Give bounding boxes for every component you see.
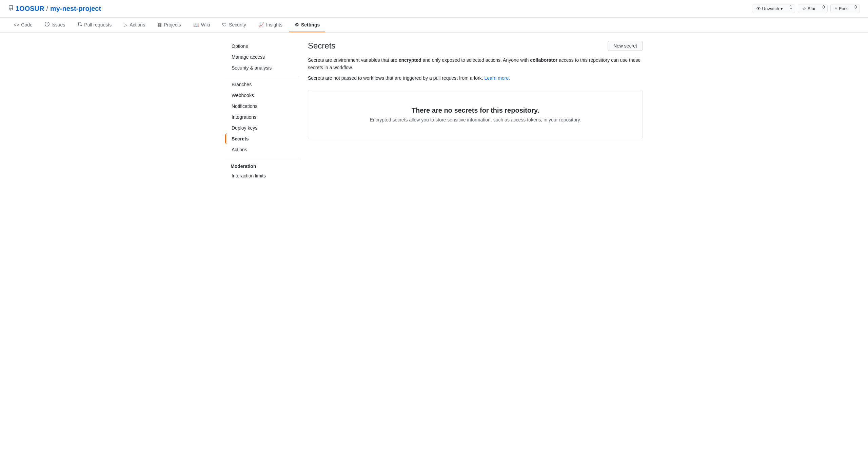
watch-label: Unwatch [762,6,780,11]
nav-tabs: <> Code Issues Pull requests ▷ Actions ▦… [0,18,868,33]
sidebar-item-deploy-keys[interactable]: Deploy keys [225,122,300,133]
pr-icon [77,22,82,27]
sidebar-item-branches[interactable]: Branches [225,79,300,90]
tab-security-label: Security [229,22,246,27]
fork-count: 0 [852,4,860,13]
fork-icon: ⑂ [835,6,837,11]
tab-pr-label: Pull requests [84,22,112,27]
sidebar-item-secrets-label: Secrets [232,136,249,141]
separator: / [46,5,48,13]
sidebar-item-security-analysis-label: Security & analysis [232,65,272,71]
tab-settings[interactable]: ⚙ Settings [289,18,325,32]
empty-state-box: There are no secrets for this repository… [308,90,643,139]
description-line1: Secrets are environment variables that a… [308,56,643,72]
top-bar-actions: 👁 Unwatch ▾ 1 ☆ Star 0 ⑂ Fork 0 [752,4,860,13]
chevron-down-icon: ▾ [781,6,783,11]
code-icon: <> [14,22,19,27]
tab-actions-label: Actions [130,22,145,27]
sidebar-item-options[interactable]: Options [225,41,300,52]
sidebar-item-integrations[interactable]: Integrations [225,112,300,122]
page-title: Secrets [308,41,335,51]
sidebar-item-actions-label: Actions [232,147,247,152]
tab-code-label: Code [21,22,32,27]
sidebar-item-integrations-label: Integrations [232,114,256,120]
tab-wiki-label: Wiki [201,22,210,27]
sidebar-item-webhooks-label: Webhooks [232,93,254,98]
sidebar-item-notifications-label: Notifications [232,103,257,109]
tab-projects-label: Projects [164,22,181,27]
insights-icon: 📈 [258,22,264,27]
tab-issues[interactable]: Issues [39,18,71,32]
repo-icon [8,5,14,12]
security-icon: 🛡 [222,22,227,27]
description-line2: Secrets are not passed to workflows that… [308,74,643,82]
tab-pull-requests[interactable]: Pull requests [72,18,117,32]
star-label: Star [808,6,816,11]
empty-state-subtitle: Encrypted secrets allow you to store sen… [316,117,634,122]
settings-icon: ⚙ [295,22,299,27]
tab-security[interactable]: 🛡 Security [217,18,252,32]
new-secret-button[interactable]: New secret [608,41,643,51]
tab-code[interactable]: <> Code [8,18,38,32]
watch-button[interactable]: 👁 Unwatch ▾ [752,4,788,13]
eye-icon: 👁 [756,6,761,11]
sidebar-item-deploy-keys-label: Deploy keys [232,125,257,131]
star-icon: ☆ [802,6,806,11]
tab-wiki[interactable]: 📖 Wiki [188,18,215,32]
encrypted-bold: encrypted [399,57,421,63]
actions-icon: ▷ [124,22,127,27]
sidebar-divider-1 [225,76,300,76]
wiki-icon: 📖 [193,22,199,27]
page-wrapper: 1OOSUR / my-nest-project 👁 Unwatch ▾ 1 ☆… [0,0,868,458]
tab-issues-label: Issues [52,22,65,27]
issues-icon [45,22,50,27]
sidebar: Options Manage access Security & analysi… [225,41,300,181]
projects-icon: ▦ [157,22,162,27]
learn-more-link[interactable]: Learn more. [485,75,510,81]
sidebar-item-interaction-limits-label: Interaction limits [232,173,266,178]
top-bar: 1OOSUR / my-nest-project 👁 Unwatch ▾ 1 ☆… [0,0,868,18]
tab-settings-label: Settings [301,22,320,27]
repo-title: 1OOSUR / my-nest-project [8,5,101,13]
tab-insights[interactable]: 📈 Insights [253,18,288,32]
sidebar-item-manage-access-label: Manage access [232,54,265,60]
tab-projects[interactable]: ▦ Projects [152,18,186,32]
star-button[interactable]: ☆ Star [798,4,820,13]
sidebar-item-actions[interactable]: Actions [225,144,300,155]
collaborator-bold: collaborator [530,57,557,63]
watch-btn-group: 👁 Unwatch ▾ 1 [752,4,795,13]
repo-name-link[interactable]: my-nest-project [50,5,101,13]
sidebar-item-manage-access[interactable]: Manage access [225,52,300,62]
sidebar-item-branches-label: Branches [232,82,252,87]
sidebar-item-webhooks[interactable]: Webhooks [225,90,300,101]
org-name-link[interactable]: 1OOSUR [16,5,44,13]
main-content: Options Manage access Security & analysi… [217,33,651,189]
watch-count: 1 [787,4,795,13]
star-count: 0 [820,4,828,13]
sidebar-item-secrets[interactable]: Secrets [225,133,300,144]
sidebar-item-interaction-limits[interactable]: Interaction limits [225,170,300,181]
star-btn-group: ☆ Star 0 [798,4,828,13]
tab-actions[interactable]: ▷ Actions [118,18,151,32]
empty-state-title: There are no secrets for this repository… [316,107,634,114]
sidebar-item-security-analysis[interactable]: Security & analysis [225,62,300,73]
fork-btn-group: ⑂ Fork 0 [830,4,860,13]
sidebar-section-moderation: Moderation [225,161,300,170]
content-area: Secrets New secret Secrets are environme… [308,41,643,181]
content-header: Secrets New secret [308,41,643,51]
fork-button[interactable]: ⑂ Fork [830,4,852,13]
sidebar-item-notifications[interactable]: Notifications [225,101,300,112]
fork-label: Fork [839,6,848,11]
sidebar-item-options-label: Options [232,43,248,49]
sidebar-divider-2 [225,158,300,158]
tab-insights-label: Insights [266,22,282,27]
